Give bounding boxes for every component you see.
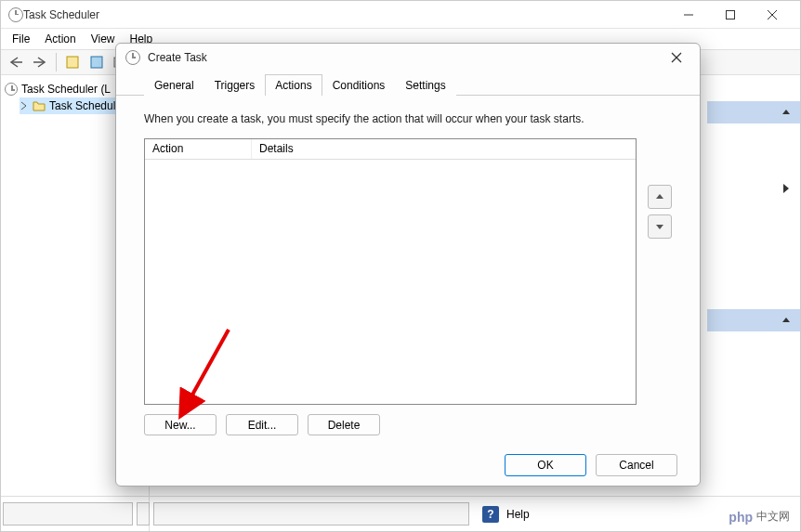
back-button[interactable]	[5, 51, 27, 73]
tab-actions[interactable]: Actions	[265, 74, 322, 96]
menu-action[interactable]: Action	[37, 31, 83, 47]
col-details[interactable]: Details	[252, 139, 636, 159]
svg-rect-6	[67, 57, 78, 68]
toolbar-btn-2[interactable]	[85, 51, 108, 73]
main-titlebar: Task Scheduler	[1, 1, 800, 29]
tree-root-label: Task Scheduler (L	[21, 83, 111, 96]
move-up-button[interactable]	[648, 185, 672, 209]
folder-icon	[33, 100, 46, 111]
tab-triggers[interactable]: Triggers	[204, 74, 266, 96]
create-task-dialog: Create Task General Triggers Actions Con…	[115, 43, 701, 487]
delete-button[interactable]: Delete	[308, 414, 380, 435]
ok-button[interactable]: OK	[505, 454, 586, 476]
status-bar: ? Help	[1, 496, 800, 531]
pane-header-2[interactable]	[707, 309, 800, 331]
tab-general[interactable]: General	[144, 74, 204, 96]
move-down-button[interactable]	[648, 214, 672, 239]
svg-rect-1	[726, 10, 734, 19]
status-help-label: Help	[506, 508, 530, 521]
status-seg-3	[153, 502, 469, 526]
expand-icon	[20, 101, 29, 110]
col-action[interactable]: Action	[145, 139, 252, 159]
clock-icon	[125, 50, 140, 65]
svg-rect-7	[91, 57, 102, 68]
status-seg-1	[3, 502, 133, 526]
app-icon	[8, 7, 23, 22]
description-text: When you create a task, you must specify…	[144, 112, 672, 125]
listview-header: Action Details	[145, 139, 636, 160]
cancel-button[interactable]: Cancel	[596, 454, 677, 476]
watermark-text: 中文网	[756, 509, 790, 525]
window-title: Task Scheduler	[23, 8, 667, 21]
forward-button[interactable]	[29, 51, 51, 73]
actions-listview[interactable]: Action Details	[144, 138, 637, 405]
dialog-title: Create Task	[148, 51, 663, 64]
tab-settings[interactable]: Settings	[395, 74, 455, 96]
watermark-brand: php	[729, 510, 753, 525]
order-buttons	[648, 138, 672, 405]
dialog-body: When you create a task, you must specify…	[116, 96, 700, 445]
status-seg-2	[137, 502, 150, 526]
close-button[interactable]	[751, 2, 793, 28]
window-controls	[667, 2, 793, 28]
new-button[interactable]: New...	[144, 414, 217, 435]
menu-file[interactable]: File	[5, 31, 37, 47]
pane-row-1[interactable]	[707, 123, 800, 253]
minimize-button[interactable]	[667, 2, 709, 28]
help-icon[interactable]: ?	[482, 506, 499, 523]
toolbar-separator	[56, 53, 57, 71]
dialog-close-button[interactable]	[663, 44, 690, 71]
pane-header-1[interactable]	[707, 101, 800, 123]
watermark: php 中文网	[723, 507, 795, 526]
tab-bar: General Triggers Actions Conditions Sett…	[116, 71, 700, 96]
dialog-titlebar: Create Task	[116, 44, 700, 71]
edit-button[interactable]: Edit...	[226, 414, 298, 435]
actions-pane	[707, 77, 800, 531]
toolbar-btn-1[interactable]	[61, 51, 84, 73]
action-buttons-row: New... Edit... Delete	[144, 414, 672, 435]
tree-child-label: Task Scheduler	[49, 99, 125, 112]
dialog-footer: OK Cancel	[116, 445, 700, 486]
maximize-button[interactable]	[709, 2, 751, 28]
clock-icon	[5, 83, 18, 96]
tab-conditions[interactable]: Conditions	[322, 74, 396, 96]
